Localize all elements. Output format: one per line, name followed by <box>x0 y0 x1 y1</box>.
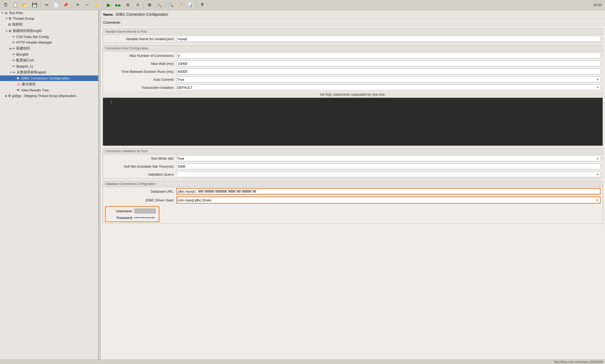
jdbc-driver-select[interactable]: com.mysql.jdbc.Driver <box>177 197 600 203</box>
tree-item-orgid[interactable]: ▶ ✂ ${orgId} <box>0 52 98 57</box>
separator-1 <box>40 2 41 8</box>
right-panel: Name: JDBC Connection Configuration Comm… <box>101 10 605 359</box>
validation-query-row: Validation Query: <box>103 170 603 178</box>
templates-button[interactable]: 📋 <box>11 1 20 9</box>
init-sql-header: Init SQL statements separated by new lin… <box>103 91 603 98</box>
settings-button[interactable]: ⚙ <box>145 1 154 9</box>
add-button[interactable]: + <box>73 1 82 9</box>
name-label: Name: <box>103 12 114 16</box>
paste-button[interactable]: 📌 <box>61 1 70 9</box>
username-label: Username: <box>109 209 133 213</box>
open-button[interactable]: 📂 <box>20 1 30 9</box>
max-wait-label: Max Wait (ms): <box>105 62 174 66</box>
sql-line-numbers: 1 <box>104 99 115 145</box>
credentials-section: Username: Password: •••••••••••• <box>105 206 159 222</box>
tree-item-http-header[interactable]: ▶ ✂ HTTP Header Manager <box>0 40 98 45</box>
transaction-row: Transaction Isolation: DEFAULT TRANSACTI… <box>103 83 603 91</box>
max-wait-input[interactable] <box>176 61 600 66</box>
copy-button[interactable]: 📄 <box>52 1 61 9</box>
view-results-icon: 👁 <box>16 88 20 92</box>
sql-content-input[interactable] <box>115 99 602 145</box>
validation-query-select[interactable] <box>176 171 600 177</box>
test-while-idle-row: Test While Idle: True False <box>103 154 603 162</box>
remove-button[interactable]: − <box>83 1 92 9</box>
arrow-thread-group: ▼ <box>5 17 8 20</box>
tree-item-csv[interactable]: ▶ ✂ CSV Data Set Config <box>0 34 98 40</box>
sql-editor-area[interactable]: 1 <box>103 98 603 146</box>
start-button[interactable]: ▶ <box>104 1 113 9</box>
xin-jian-org-icon: ⚙ <box>9 29 12 33</box>
cut-button[interactable]: ✂ <box>42 1 51 9</box>
search-button[interactable]: 🔍 <box>167 1 176 9</box>
connection-validation-title: Connection Validation by Pool <box>103 148 603 154</box>
tree-item-pei-zhi[interactable]: ▶ ✂ 配置接口url <box>0 57 98 64</box>
variable-name-input[interactable] <box>176 36 600 42</box>
pei-zhi-icon: ✂ <box>12 58 15 62</box>
jdbc-driver-wrapper: com.mysql.jdbc.Driver ▼ <box>176 197 600 204</box>
tree-item-thread-group[interactable]: ▼ ⚙ Thread Group <box>0 16 98 21</box>
test-while-idle-label: Test While Idle: <box>105 156 174 160</box>
max-connections-input[interactable] <box>176 53 600 58</box>
eviction-input[interactable] <box>176 69 600 74</box>
password-label: Password: <box>109 216 133 220</box>
eviction-label: Time Between Eviction Runs (ms): <box>105 70 174 74</box>
tree-item-xian-cheng-zu[interactable]: ▶ ⚙ 线程组 <box>0 21 98 28</box>
tree-button[interactable]: 📊 <box>186 1 195 9</box>
shutdown-button[interactable]: ✖ <box>133 1 142 9</box>
xian-cheng-zu-icon: ⚙ <box>8 23 11 27</box>
status-url: http://blog.csdn.net/weiwei_40909848 <box>554 360 603 363</box>
transaction-label: Transaction Isolation: <box>105 86 174 90</box>
tree-item-label-xian-cheng-zu: 线程组 <box>12 22 23 27</box>
tree-item-jdbc-config[interactable]: ▶ ✖ JDBC Connection Configuration <box>0 75 98 81</box>
status-bar: http://blog.csdn.net/weiwei_40909848 <box>0 359 605 364</box>
tree-item-label-http-header: HTTP Header Manager <box>16 40 52 44</box>
log-button[interactable]: 🔨 <box>155 1 164 9</box>
ju-he-icon: 🌸 <box>16 82 21 86</box>
name-value: JDBC Connection Configuration <box>115 12 168 16</box>
jdbc-driver-label: JDBC Driver class: <box>105 198 174 202</box>
password-row: Password: •••••••••••• <box>108 215 157 221</box>
separator-5 <box>165 2 165 8</box>
tree-item-test-plan[interactable]: ▼ 🗂 Test Plan <box>0 10 98 16</box>
separator-6 <box>196 2 196 8</box>
drag-handle[interactable]: ··· <box>98 10 101 359</box>
action-button[interactable]: ⚡ <box>92 1 101 9</box>
tree-item-label-pei-zhi: 配置接口url <box>16 58 34 63</box>
tree-item-ju-he[interactable]: ▶ 🌸 聚合报告 <box>0 81 98 87</box>
tree-item-xin-jian-zuzhi[interactable]: ▶ ✂ 新建组织 <box>0 45 98 52</box>
startnopauses-button[interactable]: ▶▶ <box>114 1 123 9</box>
clear-button[interactable]: 🧹 <box>176 1 185 9</box>
new-button[interactable]: 🗒 <box>1 1 10 9</box>
csv-icon: ✂ <box>12 35 15 39</box>
save-button[interactable]: 💾 <box>30 1 39 9</box>
separator-4 <box>143 2 144 8</box>
tree-item-label-ju-he: 聚合报告 <box>22 82 36 87</box>
auto-commit-select[interactable]: True False <box>176 77 600 82</box>
db-connection-title: Database Connection Configuration <box>103 181 603 187</box>
redacted-7 <box>252 190 256 193</box>
tree-item-cong-shuju[interactable]: ▼ ✂ 从数据库获取appid <box>0 69 98 75</box>
test-while-idle-select[interactable]: True False <box>176 155 600 161</box>
password-dots[interactable]: •••••••••••• <box>134 216 155 220</box>
tree-item-jp-gc[interactable]: ▶ ⚙ jp@gc - Stepping Thread Group (depre… <box>0 93 98 99</box>
variable-name-title: Variable Name Bound to Pool <box>103 29 603 35</box>
db-url-field[interactable]: jdbc:mysql:/, <box>176 188 600 194</box>
connection-pool-section: Connection Pool Configuration Max Number… <box>103 45 603 146</box>
transaction-wrapper: DEFAULT TRANSACTION_NONE TRANSACTION_REA… <box>176 84 600 90</box>
tree-item-view-results[interactable]: ▶ 👁 View Results Tree <box>0 87 98 93</box>
transaction-select[interactable]: DEFAULT TRANSACTION_NONE TRANSACTION_REA… <box>176 84 600 90</box>
stop-button[interactable]: ⏺ <box>123 1 132 9</box>
db-connection-section: Database Connection Configuration Databa… <box>103 181 603 224</box>
tree-item-label-cong-shuju: 从数据库获取appid <box>17 70 46 75</box>
test-while-idle-wrapper: True False <box>176 155 600 161</box>
tree-item-appld1[interactable]: ▶ ✂ ${appId_1} <box>0 64 98 69</box>
tree-item-label-xin-jian-zuzhi: 新建组织 <box>16 46 30 51</box>
help-button[interactable]: ? <box>198 1 207 9</box>
tree-item-label-xin-jian-org: 新建组织获取orgID <box>13 28 42 33</box>
comments-label: Comments: <box>103 20 121 24</box>
variable-name-section: Variable Name Bound to Pool Variable Nam… <box>103 28 603 43</box>
tree-item-xin-jian-org[interactable]: ▼ ⚙ 新建组织获取orgID <box>0 28 98 34</box>
test-plan-icon: 🗂 <box>4 11 8 15</box>
variable-name-label: Variable Name for created pool: <box>105 37 174 41</box>
soft-min-input[interactable] <box>176 163 600 169</box>
